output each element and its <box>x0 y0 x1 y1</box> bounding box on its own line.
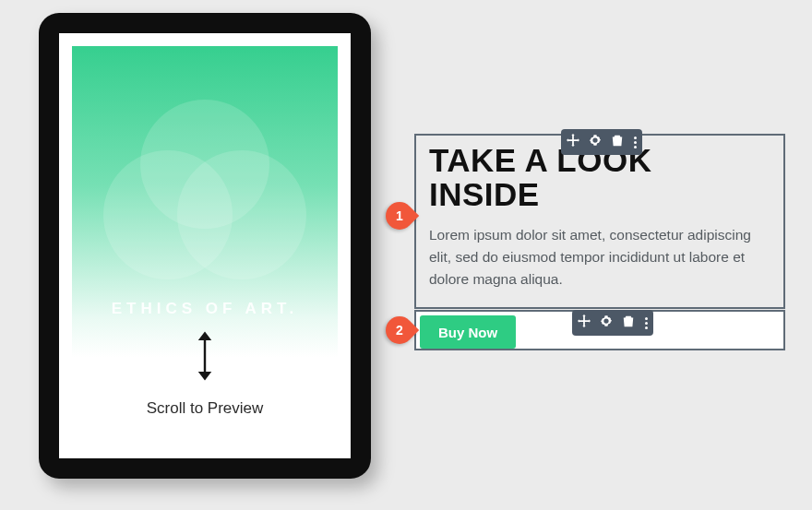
tablet-frame: ETHICS OF ART. Scroll to Preview <box>39 13 371 479</box>
gear-icon[interactable] <box>589 134 602 150</box>
venn-diagram <box>103 100 306 284</box>
more-icon[interactable] <box>644 317 648 329</box>
scroll-arrow-icon <box>191 329 219 383</box>
step-badge-1: 1 <box>380 196 419 235</box>
text-module[interactable]: TAKE A LOOK INSIDE Lorem ipsum dolor sit… <box>414 134 785 309</box>
module-toolbar-button[interactable] <box>572 310 653 336</box>
module-toolbar-text[interactable] <box>561 129 642 155</box>
tablet-screen: ETHICS OF ART. Scroll to Preview <box>59 33 351 458</box>
scroll-label: Scroll to Preview <box>72 399 338 418</box>
move-icon[interactable] <box>578 314 591 331</box>
cover-title: ETHICS OF ART. <box>72 300 338 318</box>
book-cover[interactable]: ETHICS OF ART. Scroll to Preview <box>72 46 338 445</box>
trash-icon[interactable] <box>611 134 624 150</box>
move-icon[interactable] <box>567 134 579 150</box>
step-badge-2: 2 <box>380 311 419 350</box>
more-icon[interactable] <box>633 136 637 148</box>
gear-icon[interactable] <box>600 314 613 331</box>
buy-now-button[interactable]: Buy Now <box>420 315 516 349</box>
trash-icon[interactable] <box>622 314 635 331</box>
module-body: Lorem ipsum dolor sit amet, consectetur … <box>429 224 770 291</box>
